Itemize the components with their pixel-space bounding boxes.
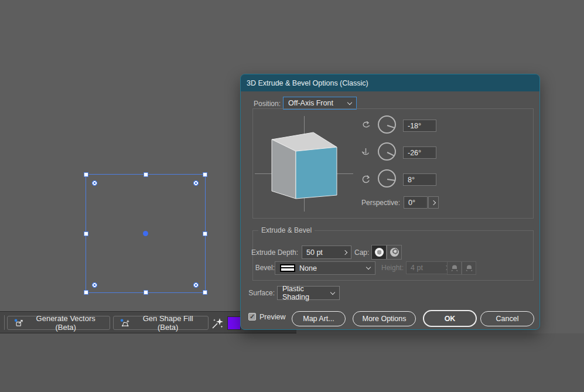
resize-handle-s[interactable] (144, 290, 148, 295)
perspective-label: Perspective: (346, 199, 400, 207)
extrude-depth-value: 50 pt (306, 248, 323, 257)
resize-handle-se[interactable] (203, 290, 207, 295)
position-label: Position: (250, 100, 281, 108)
generative-wand-icon[interactable] (211, 317, 225, 329)
bevel-extent-out-icon (450, 264, 459, 272)
corner-radius-widget-ne[interactable] (193, 180, 199, 186)
chevron-down-icon (330, 289, 335, 294)
rotate-x-value: -18° (408, 122, 421, 130)
chevron-down-icon (366, 265, 371, 270)
corner-radius-widget-sw[interactable] (91, 282, 98, 288)
surface-label: Surface: (244, 289, 275, 297)
cube-front-face (296, 147, 337, 199)
rotate-z-needle (387, 179, 395, 181)
rotate-z-icon (361, 175, 371, 184)
selection-center-point[interactable] (143, 231, 148, 236)
rotate-z-value: 8° (408, 176, 415, 184)
perspective-input[interactable]: 0° (404, 196, 428, 209)
preview-label: Preview (259, 313, 285, 321)
bevel-label: Bevel: (250, 264, 275, 272)
dialog-titlebar[interactable]: 3D Extrude & Bevel Options (Classic) (241, 74, 539, 91)
rotate-y-dial[interactable] (378, 142, 396, 161)
bevel-extent-in-button-disabled (462, 261, 476, 275)
height-input-disabled: 4 pt (406, 261, 453, 274)
perspective-value: 0° (408, 199, 415, 207)
chevron-right-icon (431, 200, 436, 204)
resize-handle-ne[interactable] (203, 172, 207, 177)
selection-bounding-box[interactable] (86, 174, 206, 293)
extrude-bevel-legend: Extrude & Bevel (258, 226, 315, 234)
rotate-y-icon (361, 148, 371, 157)
generate-vectors-label: Generate Vectors (Beta) (28, 314, 103, 332)
gen-shape-fill-icon (120, 318, 130, 328)
resize-handle-nw[interactable] (84, 172, 88, 177)
surface-select[interactable]: Plastic Shading (277, 286, 340, 300)
rotate-y-value: -26° (408, 149, 421, 157)
preview-checkbox[interactable]: ✓ (248, 313, 256, 321)
bevel-value: None (299, 264, 317, 272)
cancel-button[interactable]: Cancel (480, 311, 534, 326)
rotate-x-needle (387, 125, 395, 128)
resize-handle-sw[interactable] (84, 290, 88, 295)
extrude-depth-input[interactable]: 50 pt (302, 246, 351, 259)
surface-value: Plastic Shading (282, 285, 331, 301)
position-value: Off-Axis Front (288, 99, 333, 107)
rotate-x-input[interactable]: -18° (403, 120, 436, 132)
height-value: 4 pt (411, 264, 423, 272)
fill-color-swatch[interactable] (227, 316, 241, 330)
application-window: Generate Vectors (Beta) Gen Shape Fill (… (0, 0, 584, 392)
resize-handle-w[interactable] (84, 231, 88, 236)
map-art-button[interactable]: Map Art... (292, 311, 346, 326)
rotate-z-input[interactable]: 8° (403, 173, 436, 186)
resize-handle-e[interactable] (203, 231, 207, 236)
bevel-none-swatch (280, 264, 295, 272)
rotate-x-dial[interactable] (378, 115, 396, 134)
height-label: Height: (378, 264, 404, 272)
bevel-extent-out-button-disabled (447, 261, 462, 275)
canvas-lower-area (0, 333, 584, 392)
rotate-y-needle (387, 152, 394, 156)
toolbar-edge-stub (0, 315, 5, 330)
cap-off-button[interactable] (387, 245, 402, 260)
bevel-extent-in-icon (465, 264, 473, 272)
more-options-button[interactable]: More Options (353, 311, 416, 326)
rotate-x-icon (361, 121, 371, 130)
cap-on-button[interactable] (371, 245, 387, 260)
rotate-z-dial[interactable] (378, 169, 396, 188)
corner-radius-widget-nw[interactable] (91, 180, 98, 186)
generate-vectors-icon (14, 318, 24, 328)
gen-shape-fill-button[interactable]: Gen Shape Fill (Beta) (113, 316, 209, 330)
gen-shape-fill-label: Gen Shape Fill (Beta) (134, 314, 202, 332)
chevron-right-icon (343, 250, 347, 254)
resize-handle-n[interactable] (144, 172, 148, 177)
extrude-depth-label: Extrude Depth: (249, 248, 298, 257)
rotate-y-input[interactable]: -26° (403, 146, 436, 159)
corner-radius-widget-se[interactable] (193, 282, 199, 288)
cap-hollow-icon (390, 248, 399, 257)
generate-vectors-button[interactable]: Generate Vectors (Beta) (7, 316, 110, 330)
track-cube[interactable] (265, 131, 341, 200)
ok-button[interactable]: OK (423, 310, 477, 327)
dialog-title: 3D Extrude & Bevel Options (Classic) (247, 79, 368, 87)
chevron-down-icon (347, 100, 352, 104)
bevel-select[interactable]: None (275, 261, 375, 275)
position-select[interactable]: Off-Axis Front (283, 97, 357, 110)
perspective-stepper-button[interactable] (428, 196, 439, 209)
bevel-selected-option: None (280, 264, 317, 272)
extrude-bevel-dialog: 3D Extrude & Bevel Options (Classic) Pos… (240, 74, 540, 330)
cap-solid-icon (375, 248, 384, 257)
cap-label: Cap: (354, 248, 369, 257)
